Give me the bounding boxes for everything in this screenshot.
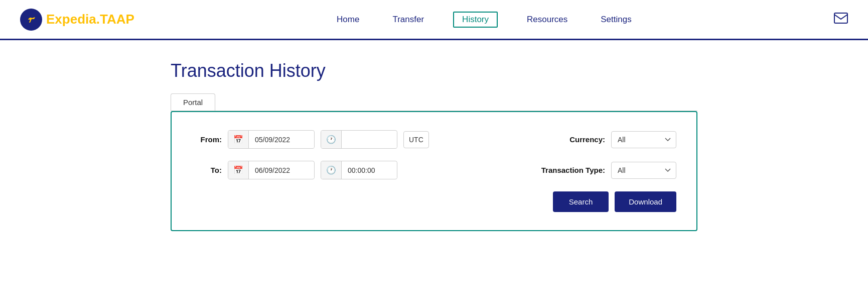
to-clock-icon: 🕐 <box>321 161 342 179</box>
from-clock-icon: 🕐 <box>321 131 342 148</box>
envelope-icon[interactable] <box>834 12 848 27</box>
svg-rect-1 <box>834 13 847 23</box>
from-date-input-wrap: 📅 <box>228 130 315 149</box>
to-time-input[interactable] <box>342 162 397 178</box>
buttons-row: Search Download <box>192 191 676 212</box>
nav-history[interactable]: History <box>453 12 498 28</box>
to-label: To: <box>192 166 222 174</box>
to-calendar-icon: 📅 <box>228 161 249 179</box>
from-row: From: 📅 🕐 UTC Currency: All <box>192 130 676 149</box>
currency-label: Currency: <box>569 135 605 144</box>
tabs: Portal <box>171 93 697 111</box>
nav-settings[interactable]: Settings <box>597 13 635 27</box>
utc-label: UTC <box>403 131 429 148</box>
currency-select[interactable]: All <box>611 131 676 148</box>
nav-resources[interactable]: Resources <box>523 13 571 27</box>
from-currency-area: Currency: All <box>569 131 676 148</box>
from-date-input[interactable] <box>249 132 314 148</box>
tab-portal[interactable]: Portal <box>171 93 215 111</box>
logo-text: Expedia.TAAP <box>46 12 134 27</box>
nav-home[interactable]: Home <box>333 13 363 27</box>
from-calendar-icon: 📅 <box>228 131 249 148</box>
logo-icon <box>20 9 42 31</box>
to-date-input-wrap: 📅 <box>228 161 315 179</box>
search-button[interactable]: Search <box>553 191 609 212</box>
download-button[interactable]: Download <box>615 191 676 212</box>
transaction-type-label: Transaction Type: <box>541 166 605 174</box>
from-time-input[interactable] <box>342 132 397 148</box>
transaction-type-select[interactable]: All <box>611 162 676 179</box>
main-content: Transaction History Portal From: 📅 🕐 UTC… <box>0 40 868 251</box>
to-transaction-type-area: Transaction Type: All <box>541 162 676 179</box>
page-title: Transaction History <box>171 60 697 81</box>
from-label: From: <box>192 135 222 144</box>
header: Expedia.TAAP Home Transfer History Resou… <box>0 0 868 40</box>
main-nav: Home Transfer History Resources Settings <box>333 12 636 28</box>
from-time-input-wrap: 🕐 <box>321 130 397 149</box>
to-date-input[interactable] <box>249 162 314 178</box>
filter-box: From: 📅 🕐 UTC Currency: All To: 📅 <box>171 111 697 231</box>
to-time-input-wrap: 🕐 <box>321 161 397 179</box>
nav-transfer[interactable]: Transfer <box>388 13 428 27</box>
to-row: To: 📅 🕐 Transaction Type: All <box>192 161 676 179</box>
header-right <box>834 12 848 27</box>
logo: Expedia.TAAP <box>20 9 134 31</box>
